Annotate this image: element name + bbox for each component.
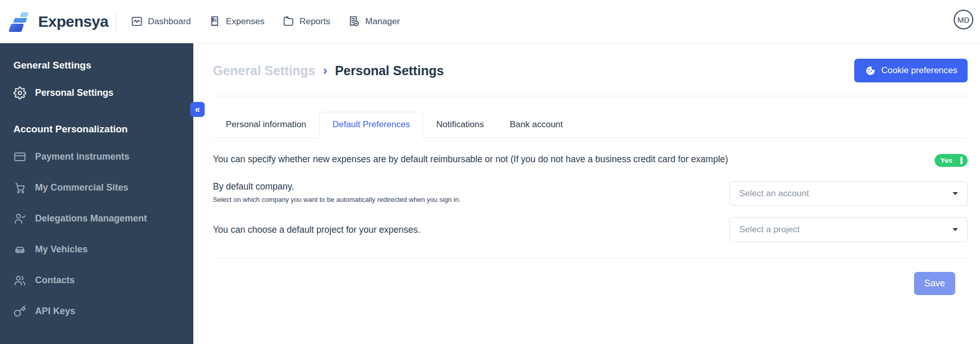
top-navbar: Expensya Dashboard Expenses Reports Mana… [0, 0, 980, 43]
user-avatar[interactable]: MD [954, 10, 973, 29]
sidebar-item-my-commercial-sites[interactable]: My Commercial Sites [0, 172, 193, 203]
credit-card-icon [13, 150, 26, 163]
nav-item-label: Expenses [226, 16, 264, 27]
page-header: General Settings › Personal Settings Coo… [193, 43, 980, 82]
header-divider [213, 96, 968, 96]
sidebar-collapse-button[interactable]: « [190, 102, 205, 117]
nav-item-expenses[interactable]: Expenses [208, 15, 264, 28]
nav-item-label: Dashboard [148, 16, 191, 27]
chevron-down-icon [953, 228, 958, 231]
person-check-icon [13, 212, 26, 225]
sidebar-item-personal-settings[interactable]: Personal Settings [0, 77, 193, 108]
expensya-logo[interactable]: Expensya [0, 11, 108, 32]
sidebar-item-api-keys[interactable]: API Keys [0, 296, 193, 326]
tab-panel-default-preferences: You can specify whether new expenses are… [193, 138, 980, 295]
sidebar-item-label: Contacts [35, 275, 75, 286]
breadcrumb: General Settings › Personal Settings [213, 61, 444, 80]
main-content: « General Settings › Personal Settings C… [193, 43, 980, 344]
settings-tabs: Personal information Default Preferences… [213, 112, 968, 138]
save-button[interactable]: Save [914, 272, 955, 295]
sidebar-item-label: Personal Settings [35, 88, 113, 98]
default-company-labels: By default company. Select on which comp… [213, 181, 461, 203]
sidebar-item-label: Payment instruments [35, 151, 129, 162]
receipt-icon [208, 15, 221, 28]
default-project-label: You can choose a default project for you… [213, 225, 420, 235]
tab-personal-information[interactable]: Personal information [213, 112, 319, 137]
cookie-icon [865, 65, 876, 77]
toggle-on-label: Yes [940, 157, 952, 164]
sidebar-item-payment-instruments[interactable]: Payment instruments [0, 141, 193, 172]
project-select-value: Select a project [739, 225, 800, 235]
sidebar-item-my-vehicles[interactable]: My Vehicles [0, 234, 193, 265]
project-select[interactable]: Select a project [729, 217, 968, 242]
reimbursable-description: You can specify whether new expenses are… [213, 151, 728, 167]
nav-item-manager[interactable]: Manager [347, 15, 400, 28]
tab-notifications[interactable]: Notifications [423, 112, 497, 137]
cart-icon [13, 181, 26, 194]
nav-item-dashboard[interactable]: Dashboard [130, 15, 191, 28]
sidebar-item-label: API Keys [35, 306, 75, 317]
nav-item-label: Manager [365, 16, 400, 27]
sidebar-item-label: Delegations Management [35, 213, 147, 224]
expensya-logo-icon [8, 11, 32, 32]
key-icon [13, 305, 26, 318]
breadcrumb-chevron-icon: › [323, 61, 327, 80]
sidebar-section-general-settings: General Settings [0, 54, 193, 77]
reimbursable-toggle[interactable]: Yes [935, 154, 968, 167]
account-select[interactable]: Select an account [729, 181, 968, 206]
sidebar-section-account-personalization: Account Personalization [0, 117, 193, 141]
tab-default-preferences[interactable]: Default Preferences [319, 112, 423, 138]
cookie-preferences-button[interactable]: Cookie preferences [854, 59, 968, 82]
folder-icon [282, 15, 295, 28]
account-select-value: Select an account [739, 188, 809, 199]
default-company-label: By default company. [213, 181, 461, 192]
settings-sidebar: General Settings Personal Settings Accou… [0, 43, 193, 344]
sidebar-item-contacts[interactable]: Contacts [0, 265, 193, 296]
nav-item-label: Reports [300, 16, 330, 27]
default-company-row: By default company. Select on which comp… [213, 181, 968, 206]
gear-icon [13, 87, 26, 99]
reimbursable-setting-row: You can specify whether new expenses are… [213, 151, 968, 167]
page: Expensya Dashboard Expenses Reports Mana… [0, 0, 980, 344]
chevron-down-icon [953, 192, 958, 195]
default-company-helper: Select on which company you want to be a… [213, 196, 461, 203]
tab-bank-account[interactable]: Bank account [497, 112, 576, 137]
sidebar-item-delegations-management[interactable]: Delegations Management [0, 203, 193, 234]
default-project-row: You can choose a default project for you… [213, 217, 968, 242]
topbar-divider [115, 11, 116, 32]
breadcrumb-parent[interactable]: General Settings [213, 61, 315, 80]
car-icon [13, 243, 26, 256]
toggle-knob [960, 157, 962, 164]
brand-name: Expensya [38, 13, 108, 30]
save-row: Save [213, 258, 968, 295]
people-icon [13, 274, 26, 287]
receipt-check-icon [347, 15, 360, 28]
dashboard-icon [130, 15, 143, 28]
sidebar-item-label: My Commercial Sites [35, 182, 128, 193]
cookie-preferences-label: Cookie preferences [882, 65, 957, 76]
sidebar-item-label: My Vehicles [35, 244, 88, 255]
nav-item-reports[interactable]: Reports [282, 15, 330, 28]
breadcrumb-current: Personal Settings [335, 61, 444, 80]
